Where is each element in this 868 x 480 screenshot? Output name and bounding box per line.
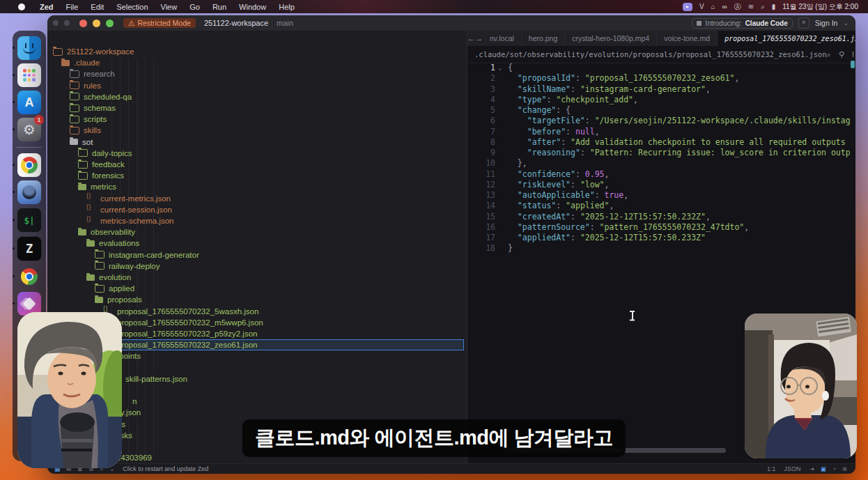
- dock-launchpad-icon[interactable]: [17, 63, 41, 87]
- code-line[interactable]: "patternSource": "pattern_1765555070232_…: [508, 222, 749, 233]
- indent-icon[interactable]: ⇥: [809, 465, 814, 472]
- code-line[interactable]: "skillName": "instagram-card-generator",: [508, 84, 711, 95]
- multicursor-icon[interactable]: ⚲: [839, 50, 844, 59]
- v-key-icon[interactable]: V: [699, 3, 704, 10]
- tree-item[interactable]: scripts: [50, 114, 464, 125]
- tree-item[interactable]: evolution: [50, 272, 464, 283]
- tree-item[interactable]: daily-topics: [50, 148, 464, 159]
- tab-voice-tone-md[interactable]: voice-tone.md: [657, 31, 718, 46]
- code-line[interactable]: "confidence": 0.95,: [508, 169, 609, 180]
- menubar-clock[interactable]: 11월 23일 (일) 오후 2:00: [782, 2, 858, 12]
- search-icon[interactable]: ⌕: [827, 50, 831, 59]
- tree-item[interactable]: sot: [50, 137, 464, 148]
- code-line[interactable]: "status": "applied",: [508, 201, 614, 211]
- zoom-button[interactable]: [106, 20, 114, 27]
- toggle-icon[interactable]: ≋: [842, 465, 847, 472]
- menu-run[interactable]: Run: [212, 3, 226, 11]
- tree-item[interactable]: 251122-workspace: [50, 46, 464, 57]
- code-line[interactable]: "proposalId": "proposal_1765555070232_ze…: [508, 73, 739, 84]
- tree-item[interactable]: research: [50, 68, 464, 79]
- search-icon[interactable]: ⌕: [761, 3, 765, 11]
- tree-item[interactable]: skills: [50, 125, 464, 136]
- tree-item[interactable]: current-session.json: [50, 204, 464, 215]
- close-button[interactable]: [79, 20, 87, 27]
- tree-item[interactable]: evaluations: [50, 238, 464, 249]
- breadcrumb[interactable]: .claude/sot/observability/evolution/prop…: [474, 50, 827, 59]
- code-line[interactable]: "type": "checkpoint_add",: [508, 95, 638, 105]
- menu-edit[interactable]: Edit: [91, 3, 104, 11]
- sign-in-button[interactable]: Sign In: [815, 19, 838, 27]
- tree-item[interactable]: rules: [50, 80, 464, 91]
- dock-blue-orb-app-icon[interactable]: [17, 180, 41, 204]
- claude-code-promo-badge[interactable]: Introducing: Claude Code: [692, 18, 792, 29]
- fold-chevron-icon[interactable]: ⌄: [498, 63, 502, 73]
- dock-zed-icon[interactable]: Z: [17, 236, 42, 261]
- nav-forward-button[interactable]: →: [475, 31, 483, 46]
- menu-zed[interactable]: Zed: [40, 3, 54, 11]
- dock-app-store-icon[interactable]: A: [17, 91, 41, 114]
- menu-file[interactable]: File: [66, 3, 79, 11]
- tree-item[interactable]: observability: [50, 226, 464, 238]
- code-line[interactable]: "autoApplicable": true,: [508, 190, 628, 201]
- code-line[interactable]: "targetFile": "/Users/seojin/251122-work…: [508, 116, 850, 126]
- screen-record-badge[interactable]: ▸: [683, 3, 692, 11]
- minimize-button[interactable]: [93, 20, 100, 27]
- tree-item[interactable]: schemas: [50, 102, 464, 114]
- tab-hero-png[interactable]: hero.png: [522, 31, 565, 46]
- cursor-position[interactable]: 1:1: [767, 465, 776, 472]
- code-line[interactable]: },: [508, 158, 527, 169]
- tab-nv-local[interactable]: nv.local: [483, 31, 522, 46]
- code-line[interactable]: "before": null,: [508, 127, 600, 137]
- tree-item[interactable]: feedback: [50, 159, 464, 170]
- tree-item[interactable]: railway-deploy: [50, 261, 464, 272]
- tree-item[interactable]: current-metrics.json: [50, 193, 464, 204]
- tree-item[interactable]: scheduled-qa: [50, 91, 464, 102]
- update-notification[interactable]: Click to restart and update Zed: [123, 465, 208, 472]
- code-line[interactable]: "appliedAt": "2025-12-12T15:57:50.233Z": [508, 233, 706, 243]
- apple-logo-icon[interactable]: [18, 3, 25, 10]
- tree-item[interactable]: forensics: [50, 170, 464, 181]
- home-icon[interactable]: ⌂: [711, 3, 715, 10]
- menu-window[interactable]: Window: [239, 3, 266, 11]
- scrollbar-thumb[interactable]: [851, 61, 855, 68]
- dock-chrome-icon[interactable]: [17, 153, 41, 177]
- chevron-down-icon[interactable]: ⌄: [843, 20, 848, 26]
- infinity-icon[interactable]: ∞: [722, 3, 727, 10]
- tab-crystal-hero-1080p-mp4[interactable]: crystal-hero-1080p.mp4: [565, 31, 657, 46]
- code-line[interactable]: }: [508, 243, 513, 254]
- tree-item[interactable]: metrics: [50, 181, 464, 192]
- promo-close-button[interactable]: ×: [798, 17, 809, 29]
- tree-item[interactable]: metrics-schema.json: [50, 215, 464, 226]
- wifi-icon[interactable]: ≋: [748, 3, 754, 10]
- assistant-icon[interactable]: ▣: [821, 465, 826, 472]
- code-line[interactable]: "change": {: [508, 105, 571, 116]
- insert-cursor-icon[interactable]: I: [852, 50, 854, 59]
- code-line[interactable]: "createdAt": "2025-12-12T15:57:50.232Z",: [508, 212, 711, 222]
- tree-item[interactable]: instagram-card-generator: [50, 249, 464, 261]
- menu-view[interactable]: View: [161, 3, 178, 11]
- running-indicator: [13, 101, 15, 103]
- menu-go[interactable]: Go: [189, 3, 200, 11]
- code-line[interactable]: "reasoning": "Pattern: Recurring issue: …: [508, 148, 850, 158]
- tree-item[interactable]: applied: [50, 283, 464, 294]
- dock-chrome-2-icon[interactable]: [17, 265, 41, 288]
- code-line[interactable]: {: [508, 63, 513, 73]
- nav-back-button[interactable]: ←: [467, 31, 475, 46]
- restricted-mode-badge[interactable]: ⚠ Restricted Mode: [123, 18, 196, 28]
- dock-finder-icon[interactable]: [17, 36, 41, 60]
- dock-system-settings-icon[interactable]: ⚙1: [17, 118, 41, 141]
- tab-proposal-1765555070232-zeso61-json[interactable]: proposal_1765555070232_zeso61.json: [718, 31, 855, 46]
- battery-icon[interactable]: ▮: [772, 3, 776, 10]
- tree-item[interactable]: proposals: [50, 294, 464, 305]
- code-line[interactable]: "riskLevel": "low",: [508, 180, 609, 190]
- language-selector[interactable]: JSON: [784, 465, 801, 472]
- code-line[interactable]: "after": "Add validation checkpoint to e…: [508, 137, 850, 148]
- git-branch-label[interactable]: main: [277, 19, 293, 27]
- menu-help[interactable]: Help: [279, 3, 295, 11]
- tree-item[interactable]: .claude: [50, 57, 464, 68]
- menu-selection[interactable]: Selection: [116, 3, 148, 11]
- workspace-title[interactable]: 251122-workspace: [204, 19, 268, 27]
- input-source-icon[interactable]: Ⓐ: [734, 2, 741, 12]
- bell-icon[interactable]: ◔: [832, 465, 836, 472]
- dock-terminal-icon[interactable]: $|: [17, 208, 42, 233]
